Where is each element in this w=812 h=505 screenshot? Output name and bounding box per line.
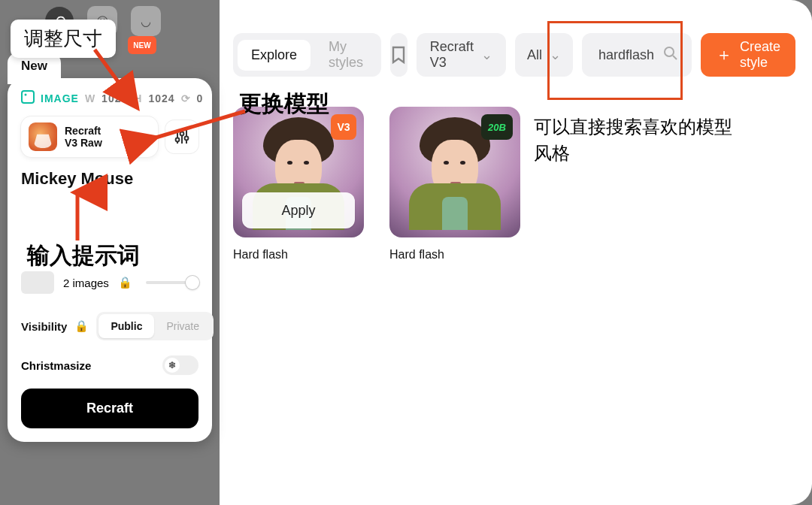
image-type-label: IMAGE [41,92,79,104]
count-value: 0 [197,92,204,104]
svg-point-4 [180,132,184,136]
recraft-button[interactable]: Recraft [21,389,198,428]
create-style-button[interactable]: ＋ Create style [701,33,795,77]
model-name-line2: V3 Raw [65,138,102,149]
style-browser-canvas: Explore My styles Recraft V3 ⌄ All ⌄ har… [220,0,812,505]
style-results-row: V3 Apply Hard flash 20B Hard flash [233,107,520,262]
lock-icon: 🔒 [74,319,89,333]
image-count-icon [27,271,54,294]
chevron-down-icon: ⌄ [481,47,492,63]
christmasize-switch[interactable] [162,355,198,375]
christmasize-label: Christmasize [21,359,91,372]
svg-point-0 [665,47,674,56]
visibility-toggle[interactable]: Public Private [96,312,214,340]
style-thumbnail: 20B [389,107,520,237]
svg-point-3 [176,138,180,142]
lock-icon: 🔒 [118,276,132,289]
annotation-resize-label: 调整尺寸 [11,20,116,58]
plus-icon: ＋ [716,44,732,66]
style-card[interactable]: V3 Apply Hard flash [233,107,364,262]
model-selector[interactable]: Recraft V3 Raw › [21,116,158,157]
count-label: ⟳ [181,92,191,104]
tune-settings-button[interactable] [165,120,198,153]
apply-button[interactable]: Apply [242,192,355,228]
style-filter-bar: Explore My styles Recraft V3 ⌄ All ⌄ har… [233,33,795,77]
height-label: H [134,92,142,104]
model-thumbnail-icon [29,122,57,151]
svg-rect-1 [22,91,34,103]
visibility-public[interactable]: Public [98,314,154,338]
search-icon [663,46,678,65]
search-input[interactable]: hardflash [582,33,692,77]
chevron-down-icon: ⌄ [550,47,561,63]
annotation-change-model-label: 更换模型 [239,89,329,119]
height-value: 1024 [148,92,174,104]
width-value: 1024 [102,92,128,104]
filter-all-label: All [527,47,542,63]
tab-explore[interactable]: Explore [238,40,311,71]
image-count-label: 2 images [63,277,109,289]
model-dropdown[interactable]: Recraft V3 ⌄ [417,33,506,77]
style-caption: Hard flash [233,248,364,262]
search-value: hardflash [598,47,654,63]
visibility-private[interactable]: Private [154,314,211,338]
tab-my-styles[interactable]: My styles [315,32,377,78]
style-card[interactable]: 20B Hard flash [389,107,520,262]
svg-point-5 [185,137,189,141]
filter-all-dropdown[interactable]: All ⌄ [515,33,573,77]
annotation-search-hint: 可以直接搜索喜欢的模型 风格 [534,114,732,167]
chevron-right-icon: › [146,129,150,145]
style-thumbnail: V3 Apply [233,107,364,237]
version-badge: 20B [481,114,513,140]
model-name-line1: Recraft [65,125,101,137]
visibility-label: Visibility [21,320,67,333]
prompt-input[interactable]: Mickey Mouse [21,169,198,189]
svg-point-2 [25,94,27,96]
width-label: W [85,92,95,104]
image-type-icon [21,90,35,106]
create-style-label: Create style [740,39,780,71]
annotation-prompt-label: 输入提示词 [27,240,140,271]
style-caption: Hard flash [389,248,520,262]
dimensions-row[interactable]: IMAGE W 1024 H 1024 ⟳ 0 [21,90,198,106]
tshirt-tool-button[interactable]: ◡ [131,6,161,36]
version-badge: V3 [331,114,356,140]
new-badge: New [128,36,156,54]
tab-segment: Explore My styles [233,33,381,77]
bookmark-icon[interactable] [390,33,408,77]
model-dropdown-label: Recraft V3 [430,39,474,71]
image-count-slider[interactable] [146,281,198,284]
